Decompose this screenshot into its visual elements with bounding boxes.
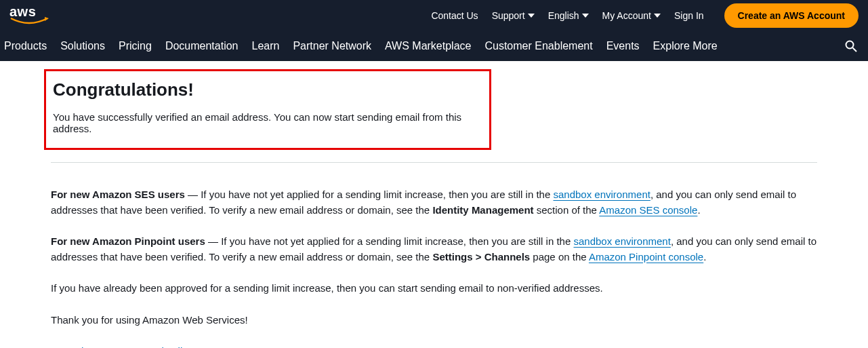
thanks-paragraph: Thank you for using Amazon Web Services! [51,313,817,328]
nav-marketplace[interactable]: AWS Marketplace [385,35,471,58]
ses-console-link[interactable]: Amazon SES console [599,204,697,216]
svg-point-0 [846,41,854,49]
identity-management-strong: Identity Management [432,204,533,216]
search-icon[interactable] [845,40,857,52]
caret-down-icon [654,14,661,18]
pinpoint-users-paragraph: For new Amazon Pinpoint users — If you h… [51,234,817,265]
page-title: Congratulations! [53,79,482,100]
create-account-button[interactable]: Create an AWS Account [724,3,859,28]
nav-solutions[interactable]: Solutions [60,35,105,58]
nav-documentation[interactable]: Documentation [165,35,239,58]
contact-us-link[interactable]: Contact Us [431,10,478,21]
nav-pricing[interactable]: Pricing [119,35,152,58]
caret-down-icon [528,14,535,18]
ses-detail-page-link[interactable]: Go to the Amazon SES detail page. [51,345,211,348]
detail-link-paragraph: Go to the Amazon SES detail page. [51,344,817,348]
divider [51,162,817,163]
nav-customer-enablement[interactable]: Customer Enablement [484,35,592,58]
aws-logo[interactable]: aws [9,5,49,26]
nav-explore-more[interactable]: Explore More [653,35,718,58]
congratulations-box: Congratulations! You have successfully v… [44,69,491,150]
ses-users-strong: For new Amazon SES users [51,189,185,200]
caret-down-icon [582,14,589,18]
aws-logo-text: aws [9,5,36,18]
support-dropdown[interactable]: Support [492,10,535,21]
my-account-dropdown[interactable]: My Account [602,10,661,21]
navbar: Products Solutions Pricing Documentation… [0,31,868,61]
pinpoint-users-strong: For new Amazon Pinpoint users [51,235,205,247]
ses-users-paragraph: For new Amazon SES users — If you have n… [51,187,817,218]
pinpoint-console-link[interactable]: Amazon Pinpoint console [589,251,703,263]
nav-events[interactable]: Events [606,35,640,58]
svg-line-1 [853,48,857,52]
aws-smile-icon [9,17,49,26]
nav-partner-network[interactable]: Partner Network [293,35,371,58]
nav-products[interactable]: Products [4,35,47,58]
settings-channels-strong: Settings > Channels [432,251,530,263]
language-dropdown[interactable]: English [548,10,589,21]
page-subtitle: You have successfully verified an email … [53,111,482,134]
nav-learn[interactable]: Learn [252,35,280,58]
top-links: Contact Us Support English My Account Si… [431,3,859,28]
sandbox-environment-link[interactable]: sandbox environment [553,189,650,200]
sandbox-environment-link[interactable]: sandbox environment [573,235,670,247]
topbar: aws Contact Us Support English My Accoun… [0,0,868,31]
sign-in-link[interactable]: Sign In [674,10,704,21]
main-content: Congratulations! You have successfully v… [17,69,851,348]
approved-paragraph: If you have already been approved for a … [51,281,817,296]
